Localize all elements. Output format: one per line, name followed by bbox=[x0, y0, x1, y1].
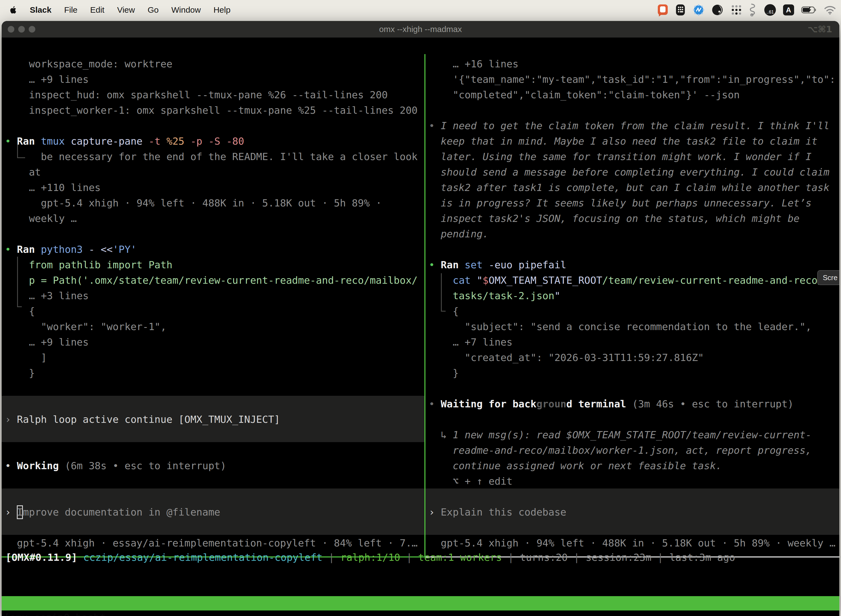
menu-item-help[interactable]: Help bbox=[214, 5, 231, 15]
text-segment: I bbox=[17, 505, 23, 519]
text-segment: << bbox=[101, 244, 113, 255]
terminal-line bbox=[5, 443, 424, 458]
terminal-line: › Explain this codebase bbox=[429, 505, 840, 520]
text-segment: /team/review-current-readme-and-reco/ bbox=[602, 274, 823, 286]
terminal-line: weekly … bbox=[5, 211, 424, 226]
terminal-line: inspect_worker-1: omx sparkshell --tmux-… bbox=[5, 103, 424, 118]
terminal-line bbox=[429, 103, 840, 118]
right-terminal-pane[interactable]: … +16 lines '{"team_name":"my-team","tas… bbox=[425, 54, 840, 556]
text-segment: ] bbox=[5, 352, 47, 363]
text-segment: - bbox=[89, 244, 100, 255]
text-segment: readme-and-reco/mailbox/worker-1.json, a… bbox=[429, 444, 812, 456]
terminal-line: … +3 lines bbox=[5, 288, 424, 304]
text-segment: • bbox=[5, 460, 17, 471]
terminal-line: task2 after task1 is complete, but can I… bbox=[429, 180, 840, 195]
terminal-line: p = Path('.omx/state/team/review-current… bbox=[5, 273, 424, 288]
text-segment: inspect_worker-1: omx sparkshell --tmux-… bbox=[5, 105, 418, 116]
text-segment: Working bbox=[17, 460, 64, 471]
text-segment: gpt-5.4 xhigh · essay/ai-reimplementatio… bbox=[5, 537, 418, 549]
terminal-line bbox=[5, 489, 424, 505]
window-shortcut-hint: ⌥⌘1 bbox=[807, 21, 832, 38]
text-segment: 'PY' bbox=[113, 244, 136, 255]
text-segment: … +110 lines bbox=[5, 182, 101, 193]
terminal-line: } bbox=[5, 365, 424, 381]
text-segment: should send a message before completing … bbox=[429, 166, 829, 178]
text-segment: | bbox=[652, 552, 670, 563]
screen-tooltip: Scre bbox=[817, 270, 840, 285]
terminal-line: later. Using the same for transition mig… bbox=[429, 149, 840, 164]
blue-badge-icon[interactable] bbox=[693, 4, 705, 16]
text-segment: keep that in mind. Maybe I also need the… bbox=[429, 135, 818, 147]
terminal-line: cat "$OMX_TEAM_STATE_ROOT/team/review-cu… bbox=[429, 273, 840, 288]
text-segment: OMX_TEAM_STATE_ROOT bbox=[489, 274, 602, 286]
terminal-line: { bbox=[5, 304, 424, 319]
text-segment: I need to get the claim token from the c… bbox=[441, 120, 829, 131]
menu-item-file[interactable]: File bbox=[64, 5, 77, 15]
text-segment: • bbox=[5, 135, 17, 147]
text-segment: Ran bbox=[17, 135, 41, 147]
text-segment: … +9 lines bbox=[5, 74, 89, 85]
terminal-line: "worker": "worker-1", bbox=[5, 319, 424, 334]
dots-grid-icon[interactable] bbox=[731, 4, 742, 16]
menu-app-name[interactable]: Slack bbox=[30, 5, 51, 15]
terminal-line bbox=[5, 381, 424, 396]
terminal-line: } bbox=[429, 365, 840, 381]
menu-item-view[interactable]: View bbox=[117, 5, 135, 15]
text-segment: (3m 46s • esc to interrupt) bbox=[632, 398, 794, 409]
terminal-line bbox=[5, 427, 424, 443]
menu-bar-left: Slack File Edit View Go Window Help bbox=[0, 4, 230, 16]
left-terminal-pane[interactable]: workspace_mode: worktree … +9 lines insp… bbox=[1, 54, 424, 556]
battery-icon[interactable] bbox=[801, 4, 817, 16]
text-segment: task2 after task1 is complete, but can I… bbox=[429, 182, 829, 193]
text-segment: capture-pane bbox=[70, 135, 148, 147]
terminal-line: is in progress? It seems likely but perh… bbox=[429, 195, 840, 211]
terminal-line bbox=[5, 226, 424, 242]
text-segment: ⌥ + ↑ edit bbox=[429, 475, 512, 487]
text-segment bbox=[429, 290, 453, 301]
right-pane-lines: … +16 lines '{"team_name":"my-team","tas… bbox=[429, 56, 840, 551]
text-segment: %25 bbox=[166, 135, 190, 147]
text-segment: gpt-5.4 xhigh · 94% left · 488K in · 5.1… bbox=[429, 537, 835, 549]
text-segment: Ralph loop active continue [OMX_TMUX_INJ… bbox=[17, 414, 280, 425]
terminal-line: tasks/task-2.json" bbox=[429, 288, 840, 304]
text-segment bbox=[77, 552, 84, 563]
text-segment: } bbox=[5, 367, 35, 378]
text-segment: d terminal bbox=[567, 398, 632, 409]
text-segment: › bbox=[5, 414, 17, 425]
terminal-line: › Ralph loop active continue [OMX_TMUX_I… bbox=[5, 412, 424, 427]
text-segment: tasks/task-2.json bbox=[453, 290, 554, 301]
text-segment: • bbox=[5, 244, 17, 255]
text-segment: is in progress? It seems likely but perh… bbox=[429, 197, 812, 209]
text-segment: team:1 workers bbox=[418, 552, 502, 563]
terminal-line: gpt-5.4 xhigh · essay/ai-reimplementatio… bbox=[5, 535, 424, 551]
terminal-line: be necessary for the end of the README. … bbox=[5, 149, 424, 164]
squiggle-icon[interactable] bbox=[749, 4, 757, 16]
terminal-line bbox=[429, 381, 840, 396]
wifi-icon[interactable] bbox=[824, 4, 836, 16]
menu-bar-status-icons: ..61 A bbox=[658, 4, 841, 16]
text-segment: | bbox=[400, 552, 418, 563]
terminal-line: inspect task2's JSON, focusing on the st… bbox=[429, 211, 840, 226]
menu-item-go[interactable]: Go bbox=[148, 5, 159, 15]
text-segment: continue assigned work or next feasible … bbox=[429, 460, 722, 471]
text-segment: '{"team_name":"my-team","task_id":"1","f… bbox=[429, 74, 835, 85]
apple-icon[interactable] bbox=[10, 4, 17, 16]
text-segment: Ran bbox=[17, 244, 41, 255]
menu-item-window[interactable]: Window bbox=[171, 5, 201, 15]
screen-record-icon[interactable] bbox=[658, 4, 668, 16]
keyboard-shield-icon[interactable] bbox=[675, 4, 686, 16]
text-segment: cat bbox=[453, 274, 477, 286]
crescent-icon[interactable] bbox=[712, 4, 724, 16]
terminal-line: should send a message before completing … bbox=[429, 164, 840, 180]
terminal-line: from pathlib import Path bbox=[5, 257, 424, 273]
menu-item-edit[interactable]: Edit bbox=[90, 5, 105, 15]
text-segment: • bbox=[429, 259, 441, 270]
text-segment: "completed","claim_token":"claim-token"}… bbox=[429, 89, 740, 100]
terminal-line: "created_at": "2026-03-31T11:59:27.816Z" bbox=[429, 350, 840, 365]
text-segment: " bbox=[554, 290, 560, 301]
terminal-line: pending. bbox=[429, 226, 840, 242]
text-segment: later. Using the same for transition mig… bbox=[429, 151, 812, 162]
percent-badge-icon[interactable]: ..61 bbox=[764, 4, 776, 16]
input-source-icon[interactable]: A bbox=[783, 4, 794, 15]
text-segment: } bbox=[429, 367, 459, 378]
